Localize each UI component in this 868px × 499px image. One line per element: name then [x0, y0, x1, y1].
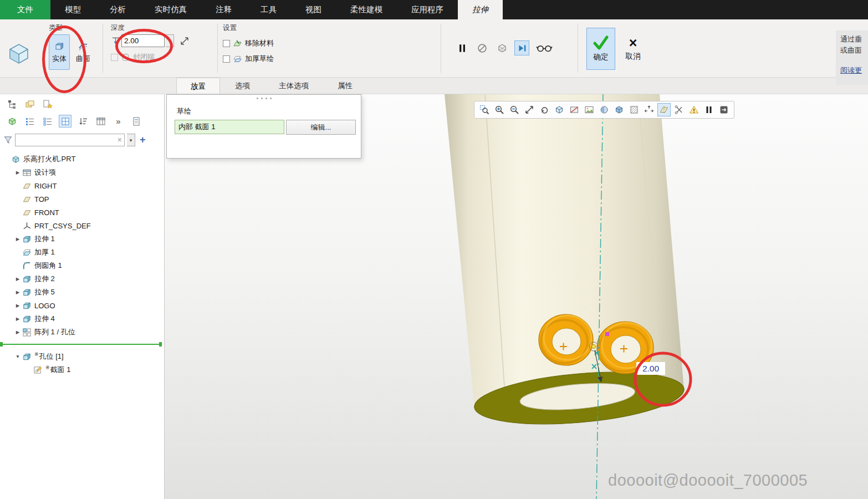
dashboard-tab-1[interactable]: 选项 — [221, 78, 264, 94]
tree-item-4[interactable]: FRONT — [0, 206, 164, 219]
menubar-item-1[interactable]: 模型 — [50, 0, 95, 19]
expand-icon[interactable]: ▶ — [13, 316, 22, 322]
dimension-value[interactable]: 2.00 — [642, 364, 660, 373]
tree-options-button[interactable] — [41, 98, 54, 110]
depth-type-icon[interactable] — [111, 36, 120, 45]
dashboard-tab-2[interactable]: 主体选项 — [265, 78, 323, 94]
dashboard-tab-0[interactable]: 放置 — [176, 78, 220, 94]
expand-icon[interactable]: ▶ — [13, 329, 22, 335]
tree-item-12[interactable]: ▶拉伸 4 — [0, 312, 164, 325]
expand-icon[interactable]: ▶ — [13, 276, 22, 282]
refit-button[interactable] — [523, 103, 536, 116]
tree-item-16[interactable]: ※截面 1 — [0, 363, 164, 376]
edit-button[interactable]: 编辑... — [286, 120, 356, 135]
model-tree-toggle-button[interactable] — [6, 98, 18, 110]
tree-item-1[interactable]: ▶设计项 — [0, 166, 164, 179]
tree-item-15[interactable]: ▼※孔位 [1] — [0, 350, 164, 363]
tree-info-button[interactable] — [130, 115, 142, 128]
tree-item-7[interactable]: 加厚 1 — [0, 246, 164, 259]
flip-direction-icon[interactable] — [179, 35, 190, 47]
tree-item-5[interactable]: PRT_CSYS_DEF — [0, 219, 164, 232]
plane-icon — [22, 208, 32, 217]
menubar-item-6[interactable]: 视图 — [291, 0, 336, 19]
tree-item-9[interactable]: ▶拉伸 2 — [0, 272, 164, 286]
datum-display-button[interactable] — [657, 103, 671, 116]
read-more-link[interactable]: 阅读更 — [840, 65, 868, 76]
capture-image-button[interactable] — [583, 103, 596, 116]
expand-all-button[interactable] — [41, 115, 54, 128]
zoom-in-button[interactable] — [493, 103, 506, 116]
close-icon: × — [629, 36, 637, 49]
expand-icon[interactable]: ▶ — [13, 289, 22, 295]
section-button[interactable] — [568, 103, 581, 116]
menubar-item-3[interactable]: 实时仿真 — [140, 0, 201, 19]
depth-dropdown-button[interactable]: ▾ — [166, 34, 174, 47]
pause-graphics-button[interactable] — [702, 103, 716, 116]
tree-columns-button[interactable] — [94, 115, 107, 128]
depth-input[interactable] — [121, 34, 165, 47]
tree-item-8[interactable]: 倒圆角 1 — [0, 259, 164, 272]
expand-icon[interactable]: ▶ — [13, 236, 22, 242]
remove-material-label: 移除材料 — [245, 38, 274, 48]
menubar-item-0[interactable]: 文件 — [0, 0, 50, 19]
remove-material-checkbox[interactable]: 移除材料 — [223, 38, 274, 48]
shaded-view-button[interactable] — [612, 103, 626, 116]
display-style-button[interactable] — [553, 103, 566, 116]
search-dropdown-button[interactable]: ▾ — [127, 134, 135, 146]
tree-item-label: 拉伸 1 — [34, 234, 55, 244]
sketch-collector[interactable]: 内部 截面 1 — [175, 120, 284, 134]
verify-glasses-button[interactable] — [534, 40, 554, 55]
tree-item-3[interactable]: TOP — [0, 192, 164, 206]
layer-tree-button[interactable] — [23, 98, 36, 110]
zoom-out-button[interactable] — [508, 103, 521, 116]
hatch-section-button[interactable] — [627, 103, 641, 116]
dashboard-tab-3[interactable]: 属性 — [324, 78, 366, 94]
exit-graphics-button[interactable] — [717, 103, 731, 116]
collapse-all-button[interactable] — [23, 115, 36, 128]
attached-preview-button[interactable] — [514, 40, 529, 55]
panel-drag-handle[interactable] — [167, 95, 361, 99]
explode-view-button[interactable] — [642, 103, 656, 116]
tree-item-0[interactable]: 乐高打火机.PRT — [0, 152, 164, 166]
tree-item-13[interactable]: ▶阵列 1 / 孔位 — [0, 325, 164, 339]
warning-display-button[interactable] — [687, 103, 701, 116]
menubar-item-9[interactable]: 拉伸 — [458, 0, 503, 19]
menubar-item-7[interactable]: 柔性建模 — [336, 0, 397, 19]
tree-item-2[interactable]: RIGHT — [0, 179, 164, 192]
sketch-origin-point[interactable] — [592, 345, 596, 349]
tree-item-10[interactable]: ▶拉伸 5 — [0, 286, 164, 299]
solid-button[interactable]: 实体 — [49, 34, 70, 70]
wireframe-preview-button[interactable] — [494, 40, 509, 55]
clear-search-icon[interactable]: × — [118, 135, 122, 145]
boss-ring-left[interactable] — [539, 314, 593, 365]
show-items-button[interactable] — [6, 115, 18, 128]
insertion-locator[interactable] — [1, 344, 161, 345]
no-preview-button[interactable] — [474, 40, 489, 55]
drag-handle-point[interactable] — [605, 332, 609, 336]
tree-item-6[interactable]: ▶拉伸 1 — [0, 232, 164, 246]
collapse-icon[interactable]: ▼ — [13, 354, 22, 359]
add-filter-button[interactable]: + — [137, 134, 148, 146]
expand-icon[interactable]: ▶ — [13, 303, 22, 308]
tree-grid-view-button[interactable] — [59, 115, 72, 128]
confirm-button[interactable]: 确定 — [586, 28, 615, 70]
sort-filter-button[interactable] — [76, 115, 89, 128]
tree-search-input[interactable] — [15, 134, 125, 146]
repaint-button[interactable] — [538, 103, 551, 116]
menubar-item-4[interactable]: 注释 — [201, 0, 246, 19]
appearance-button[interactable] — [598, 103, 611, 116]
menubar-item-8[interactable]: 应用程序 — [397, 0, 458, 19]
cancel-button[interactable]: × 取消 — [619, 28, 647, 70]
menubar-item-2[interactable]: 分析 — [95, 0, 140, 19]
capped-ends-checkbox[interactable]: 封闭端 — [111, 52, 190, 62]
more-tools-button[interactable]: » — [112, 115, 125, 128]
menubar-item-5[interactable]: 工具 — [246, 0, 291, 19]
pause-button[interactable] — [455, 40, 469, 55]
surface-icon — [78, 41, 89, 52]
tree-item-11[interactable]: ▶LOGO — [0, 299, 164, 312]
zoom-region-button[interactable] — [478, 103, 491, 116]
trim-axes-button[interactable] — [672, 103, 686, 116]
thicken-sketch-checkbox[interactable]: 加厚草绘 — [223, 54, 274, 64]
surface-button[interactable]: 曲面 — [73, 34, 94, 70]
expand-icon[interactable]: ▶ — [13, 170, 22, 175]
